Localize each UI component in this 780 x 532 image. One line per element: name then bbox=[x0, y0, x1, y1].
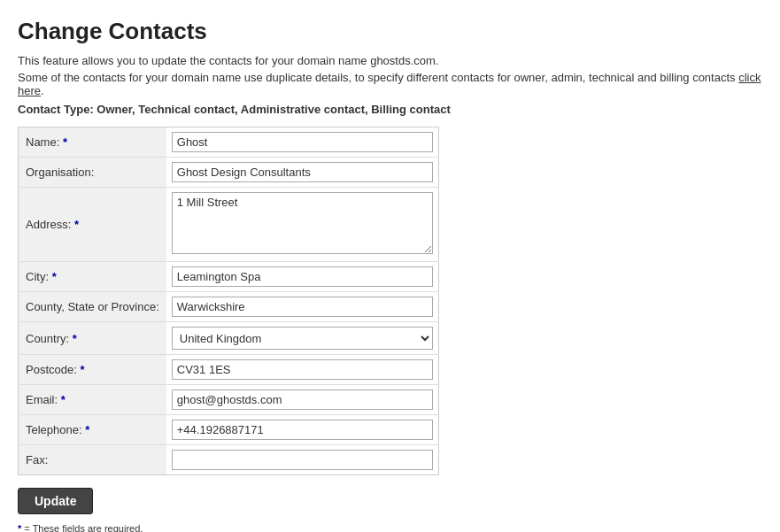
email-input[interactable] bbox=[172, 389, 433, 410]
address-input-cell bbox=[166, 188, 439, 262]
contact-form-table: Name: * Organisation: Address: * City: *… bbox=[18, 127, 439, 475]
telephone-input[interactable] bbox=[172, 420, 433, 440]
county-row: County, State or Province: bbox=[19, 292, 439, 322]
country-required-star: * bbox=[73, 332, 77, 345]
address-row: Address: * bbox=[19, 188, 439, 262]
telephone-required-star: * bbox=[85, 423, 89, 436]
intro-line2: Some of the contacts for your domain nam… bbox=[18, 71, 762, 97]
telephone-input-cell bbox=[166, 415, 439, 445]
address-textarea[interactable] bbox=[172, 192, 433, 254]
county-input[interactable] bbox=[172, 297, 433, 317]
city-row: City: * bbox=[19, 262, 439, 292]
organisation-label: Organisation: bbox=[19, 158, 166, 188]
city-input[interactable] bbox=[172, 266, 433, 287]
intro-line1: This feature allows you to update the co… bbox=[18, 54, 762, 67]
fax-label: Fax: bbox=[19, 445, 166, 475]
name-row: Name: * bbox=[19, 127, 439, 158]
country-input-cell: United KingdomUnited StatesGermanyFrance… bbox=[166, 322, 439, 355]
intro-line2-text: Some of the contacts for your domain nam… bbox=[18, 71, 738, 84]
intro-line2-end: . bbox=[41, 84, 44, 97]
organisation-input-cell bbox=[166, 158, 439, 188]
county-input-cell bbox=[166, 292, 439, 322]
country-row: Country: * United KingdomUnited StatesGe… bbox=[19, 322, 439, 355]
required-note: * = These fields are required. bbox=[18, 523, 762, 532]
postcode-input-cell bbox=[166, 355, 439, 385]
email-row: Email: * bbox=[19, 385, 439, 415]
postcode-input[interactable] bbox=[172, 359, 433, 380]
email-input-cell bbox=[166, 385, 439, 415]
postcode-label: Postcode: * bbox=[19, 355, 166, 385]
country-label: Country: * bbox=[19, 322, 166, 355]
name-input-cell bbox=[166, 127, 439, 158]
city-input-cell bbox=[166, 262, 439, 292]
page-title: Change Contacts bbox=[18, 18, 762, 45]
name-required-star: * bbox=[63, 135, 67, 149]
postcode-row: Postcode: * bbox=[19, 355, 439, 385]
update-button[interactable]: Update bbox=[18, 488, 93, 514]
name-input[interactable] bbox=[172, 132, 433, 152]
postcode-required-star: * bbox=[80, 363, 84, 376]
fax-input[interactable] bbox=[172, 450, 433, 470]
email-label: Email: * bbox=[19, 385, 166, 415]
contact-type-label: Contact Type: Owner, Technical contact, … bbox=[18, 103, 762, 116]
fax-row: Fax: bbox=[19, 445, 439, 475]
organisation-row: Organisation: bbox=[19, 158, 439, 188]
country-select[interactable]: United KingdomUnited StatesGermanyFrance… bbox=[172, 327, 433, 350]
email-required-star: * bbox=[61, 393, 66, 406]
fax-input-cell bbox=[166, 445, 439, 475]
name-label: Name: * bbox=[19, 127, 166, 158]
address-label: Address: * bbox=[19, 188, 166, 262]
county-label: County, State or Province: bbox=[19, 292, 166, 322]
organisation-input[interactable] bbox=[172, 162, 433, 182]
city-label: City: * bbox=[19, 262, 166, 292]
address-required-star: * bbox=[74, 218, 79, 231]
required-note-star: * bbox=[18, 523, 21, 532]
telephone-label: Telephone: * bbox=[19, 415, 166, 445]
telephone-row: Telephone: * bbox=[19, 415, 439, 445]
required-note-text: = These fields are required. bbox=[24, 523, 143, 532]
city-required-star: * bbox=[52, 270, 57, 283]
